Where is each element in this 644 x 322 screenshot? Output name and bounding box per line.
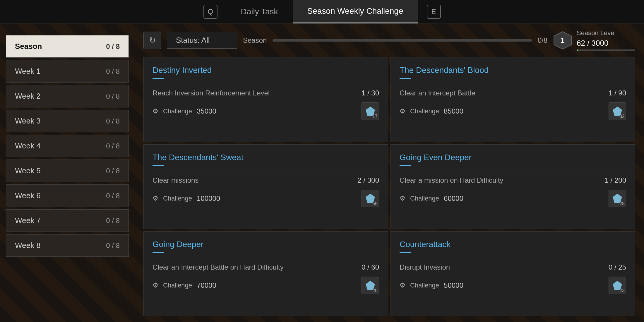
- challenge-reward-amount-descendants-blood: 85000: [444, 107, 604, 115]
- challenge-task-row-going-deeper: Clear an Intercept Battle on Hard Diffic…: [153, 263, 379, 271]
- season-level-value: 62 / 3000: [577, 39, 635, 48]
- challenge-accent-going-deeper: [153, 252, 164, 253]
- challenge-card-descendants-sweat: The Descendants' Sweat Clear missions 2 …: [143, 144, 388, 229]
- challenge-title-descendants-sweat: The Descendants' Sweat: [153, 153, 379, 162]
- challenges-grid: Destiny Inverted Reach Inversion Reinfor…: [143, 57, 635, 316]
- tab-weekly-challenge[interactable]: Season Weekly Challenge: [293, 0, 418, 23]
- challenge-title-going-even-deeper: Going Even Deeper: [400, 153, 626, 162]
- gem-shape-descendants-sweat: [366, 194, 375, 203]
- challenge-card-destiny-inverted: Destiny Inverted Reach Inversion Reinfor…: [143, 57, 388, 142]
- level-progress-fill: [577, 49, 578, 51]
- sidebar-item-week6[interactable]: Week 6 0 / 8: [6, 184, 129, 207]
- season-level-info: Season Level 62 / 3000: [577, 29, 635, 51]
- challenge-reward-row-counterattack: ⚙ Challenge 50000: [400, 277, 626, 294]
- challenge-task-row-destiny-inverted: Reach Inversion Reinforcement Level 1 / …: [153, 89, 379, 97]
- challenge-task-label-counterattack: Disrupt Invasion: [400, 263, 603, 271]
- challenge-divider-going-deeper: [153, 257, 379, 257]
- reward-gem-descendants-sweat: [362, 190, 379, 207]
- sidebar-item-week5[interactable]: Week 5 0 / 8: [6, 160, 129, 182]
- challenge-card-going-even-deeper: Going Even Deeper Clear a mission on Har…: [390, 144, 635, 229]
- gear-icon-descendants-sweat: ⚙: [153, 195, 158, 202]
- challenge-reward-label-descendants-blood: Challenge: [410, 107, 439, 115]
- reward-gem-counterattack: [609, 277, 626, 294]
- refresh-button[interactable]: ↻: [143, 32, 161, 49]
- sidebar-week1-count: 0 / 8: [106, 67, 120, 76]
- gear-icon-counterattack: ⚙: [400, 282, 405, 289]
- challenge-accent-destiny-inverted: [153, 78, 164, 79]
- challenge-task-label-descendants-sweat: Clear missions: [153, 176, 352, 184]
- challenge-task-count-counterattack: 0 / 25: [609, 263, 626, 271]
- challenge-reward-amount-going-deeper: 70000: [197, 281, 357, 290]
- sidebar-item-season[interactable]: Season 0 / 8: [6, 35, 129, 58]
- sidebar-week4-label: Week 4: [15, 141, 41, 150]
- challenge-task-label-destiny-inverted: Reach Inversion Reinforcement Level: [153, 89, 356, 97]
- challenge-accent-descendants-sweat: [153, 165, 164, 166]
- challenge-reward-amount-destiny-inverted: 35000: [197, 107, 357, 115]
- challenge-accent-counterattack: [400, 252, 411, 253]
- sidebar-week8-label: Week 8: [15, 241, 41, 250]
- sidebar-week7-label: Week 7: [15, 216, 41, 225]
- sidebar-item-week2[interactable]: Week 2 0 / 8: [6, 85, 129, 107]
- challenge-task-count-descendants-sweat: 2 / 300: [358, 176, 379, 184]
- challenge-task-row-descendants-blood: Clear an Intercept Battle 1 / 90: [400, 89, 626, 97]
- challenge-card-going-deeper: Going Deeper Clear an Intercept Battle o…: [143, 231, 388, 316]
- season-progress-label: Season: [243, 36, 267, 44]
- challenge-reward-amount-descendants-sweat: 100000: [197, 194, 357, 203]
- controls-bar: ↻ Status: All Season 0/8 1 Season Level: [143, 29, 635, 51]
- sidebar-item-week4[interactable]: Week 4 0 / 8: [6, 135, 129, 157]
- gem-shape-descendants-blood: [613, 107, 622, 116]
- sidebar-item-week8[interactable]: Week 8 0 / 8: [6, 234, 129, 257]
- challenge-title-counterattack: Counterattack: [400, 240, 626, 249]
- sidebar-week6-count: 0 / 8: [106, 192, 120, 200]
- challenge-divider-going-even-deeper: [400, 170, 626, 170]
- reward-gem-going-even-deeper: [609, 190, 626, 207]
- sidebar-season-count: 0 / 8: [106, 42, 120, 51]
- tab-daily-task[interactable]: Daily Task: [226, 0, 293, 23]
- sidebar-week3-count: 0 / 8: [106, 117, 120, 125]
- gear-icon-destiny-inverted: ⚙: [153, 107, 158, 115]
- right-key[interactable]: E: [427, 5, 441, 19]
- reward-gem-going-deeper: [362, 277, 379, 294]
- sidebar-item-week7[interactable]: Week 7 0 / 8: [6, 209, 129, 232]
- status-dropdown[interactable]: Status: All: [167, 32, 237, 49]
- gem-shape-going-deeper: [366, 281, 375, 290]
- sidebar-item-week3[interactable]: Week 3 0 / 8: [6, 110, 129, 132]
- challenge-reward-label-going-even-deeper: Challenge: [410, 195, 439, 202]
- gear-icon-descendants-blood: ⚙: [400, 107, 405, 115]
- challenge-reward-amount-going-even-deeper: 60000: [444, 194, 604, 203]
- challenge-task-count-destiny-inverted: 1 / 30: [362, 89, 379, 97]
- level-progress-bar: [577, 49, 635, 51]
- sidebar-week2-count: 0 / 8: [106, 92, 120, 100]
- challenge-task-count-going-even-deeper: 1 / 200: [605, 176, 626, 184]
- challenge-divider-descendants-blood: [400, 83, 626, 83]
- challenge-reward-amount-counterattack: 50000: [444, 281, 604, 290]
- sidebar-week2-label: Week 2: [15, 92, 41, 101]
- sidebar-week8-count: 0 / 8: [106, 242, 120, 250]
- challenge-reward-label-counterattack: Challenge: [410, 282, 439, 289]
- sidebar-week1-label: Week 1: [15, 67, 41, 76]
- challenge-reward-row-destiny-inverted: ⚙ Challenge 35000: [153, 102, 379, 120]
- challenge-reward-label-descendants-sweat: Challenge: [163, 195, 192, 202]
- challenge-reward-row-going-deeper: ⚙ Challenge 70000: [153, 277, 379, 294]
- sidebar-week5-label: Week 5: [15, 166, 41, 175]
- challenge-task-label-going-deeper: Clear an Intercept Battle on Hard Diffic…: [153, 263, 356, 271]
- challenge-accent-descendants-blood: [400, 78, 411, 79]
- sidebar-item-week1[interactable]: Week 1 0 / 8: [6, 60, 129, 83]
- gem-shape-going-even-deeper: [613, 194, 622, 203]
- sidebar: Season 0 / 8 Week 1 0 / 8 Week 2 0 / 8 W…: [0, 23, 135, 322]
- sidebar-week3-label: Week 3: [15, 117, 41, 126]
- reward-gem-destiny-inverted: [362, 102, 379, 120]
- svg-text:1: 1: [561, 36, 564, 44]
- challenge-reward-row-descendants-blood: ⚙ Challenge 85000: [400, 102, 626, 120]
- season-level-title: Season Level: [577, 29, 635, 37]
- left-key[interactable]: Q: [203, 5, 217, 19]
- challenge-reward-row-going-even-deeper: ⚙ Challenge 60000: [400, 190, 626, 207]
- challenge-title-descendants-blood: The Descendants' Blood: [400, 66, 626, 75]
- challenge-divider-descendants-sweat: [153, 170, 379, 170]
- reward-gem-descendants-blood: [609, 102, 626, 120]
- gem-shape-destiny-inverted: [366, 107, 375, 116]
- season-level-container: 1 Season Level 62 / 3000: [553, 29, 635, 51]
- season-progress-bar: [273, 39, 532, 42]
- challenge-task-row-descendants-sweat: Clear missions 2 / 300: [153, 176, 379, 184]
- challenge-task-count-going-deeper: 0 / 60: [362, 263, 379, 271]
